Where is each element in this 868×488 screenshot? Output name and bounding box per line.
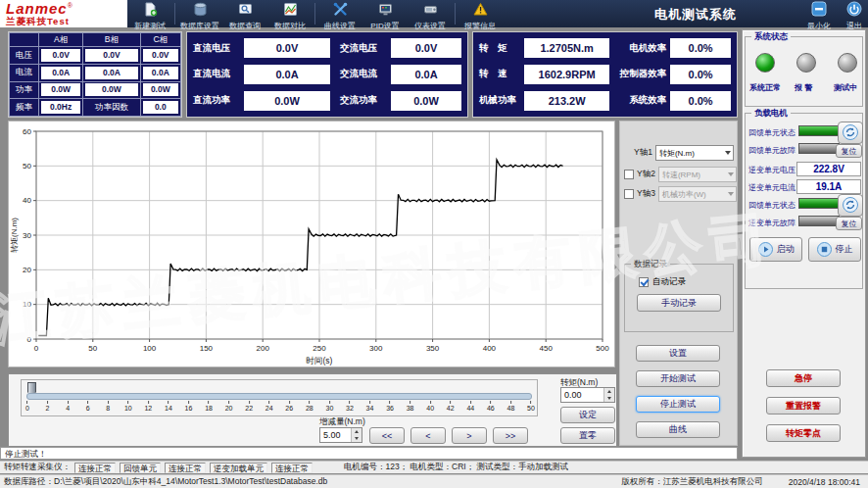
right-panel: 系统状态 系统正常 报 警 测试中 负载电机 回馈单元状态 回馈单元故障 复位 …: [742, 29, 866, 458]
slider-tick: 0: [25, 401, 29, 412]
svg-text:20: 20: [23, 266, 31, 274]
slider-tick: 38: [407, 401, 414, 412]
slider-tick: 6: [86, 401, 90, 412]
set-torque-button[interactable]: 设定: [560, 407, 615, 423]
motor-efficiency-value: 0.0%: [670, 38, 731, 58]
y-axis-1-select[interactable]: 转矩(N.m): [655, 145, 734, 161]
toolbar-data-compare[interactable]: 数据对比: [267, 0, 313, 27]
play-icon: [758, 242, 773, 257]
conn-status: 连接正常: [74, 463, 116, 473]
increase-button[interactable]: >: [452, 427, 487, 444]
fast-decrease-button[interactable]: <<: [369, 427, 405, 444]
start-test-button[interactable]: 开始测试: [636, 370, 720, 387]
slider-tick: 4: [66, 401, 70, 412]
conn-label: 转矩转速采集仪：: [4, 462, 71, 473]
y-axis-3-select[interactable]: 机械功率(W): [658, 186, 737, 202]
settings-button[interactable]: 设置: [636, 345, 720, 362]
toolbar-alarm-info[interactable]: 报警信息: [458, 0, 503, 27]
slider-tick: 30: [325, 401, 333, 412]
spin-down-icon[interactable]: [352, 435, 362, 442]
emergency-stop-button[interactable]: 急停: [766, 369, 841, 387]
table-row: 电流 0.0A 0.0A 0.0A: [10, 65, 181, 82]
phase-value: 0.0A: [41, 67, 80, 79]
svg-text:100: 100: [143, 344, 157, 353]
auto-record-checkbox[interactable]: [639, 277, 649, 287]
reset-alarm-button[interactable]: 重置报警: [766, 397, 841, 415]
logo-subtitle: 兰菱科技Test: [6, 17, 121, 26]
row-label: 功率: [10, 81, 39, 99]
feedback-reset-icon-button[interactable]: [838, 122, 863, 144]
slider-tick: 42: [447, 401, 455, 412]
alarm-label: 报 警: [795, 82, 812, 93]
alarm-led: [796, 53, 816, 73]
titlebar: Lanmec® 兰菱科技Test 新建测试 数据库设置 数据查询 数据对比: [0, 0, 868, 27]
y-axis-2-checkbox[interactable]: [624, 170, 634, 179]
col-header: B相: [83, 33, 140, 47]
mech-power-value: 213.2W: [524, 91, 610, 111]
torque-slider-track[interactable]: [26, 393, 532, 400]
toolbar-curve-settings[interactable]: 曲线设置: [317, 0, 362, 27]
power-exit-icon: [846, 1, 862, 21]
spin-up-icon[interactable]: [352, 428, 362, 435]
step-amount-input[interactable]: [320, 428, 351, 442]
toolbar-meter-settings[interactable]: 仪表设置: [408, 0, 453, 27]
dc-ac-row: 直流功率 0.0W 交流功率 0.0W: [193, 91, 461, 111]
testing-led: [838, 53, 857, 73]
zero-button[interactable]: 置零: [560, 427, 615, 444]
mech-row: 转 矩 1.2705N.m 电机效率 0.0%: [479, 38, 731, 58]
system-ok-label: 系统正常: [749, 82, 781, 93]
slider-tick: 32: [346, 401, 354, 412]
toolbar-new-test[interactable]: 新建测试: [127, 0, 172, 27]
toolbar: 新建测试 数据库设置 数据查询 数据对比 曲线设置 PID设置: [127, 0, 503, 27]
database-path-bar: 数据库路径： D:\兰菱\项目\2020\山东中科4_14\MotorTest1…: [0, 474, 868, 488]
manual-record-button[interactable]: 手动记录: [637, 294, 721, 312]
spin-down-icon[interactable]: [604, 395, 614, 402]
slider-tick: 20: [225, 401, 233, 412]
minimize-button[interactable]: 最小化: [807, 1, 831, 31]
feedback-reset-button[interactable]: 复位: [836, 144, 862, 158]
slider-tick: 34: [366, 401, 374, 412]
row-label: 电压: [10, 47, 39, 65]
mech-panel: 转 矩 1.2705N.m 电机效率 0.0% 转 速 1602.9RPM 控制…: [472, 31, 738, 118]
spin-up-icon[interactable]: [604, 388, 614, 395]
slider-tick: 12: [144, 401, 152, 412]
fast-increase-button[interactable]: >>: [493, 427, 528, 444]
svg-text:10: 10: [23, 300, 31, 309]
database-settings-icon: [193, 2, 208, 21]
row-label: 电流: [10, 65, 39, 82]
torque-input[interactable]: [561, 388, 603, 402]
motor-stop-button[interactable]: 停止: [808, 237, 861, 262]
toolbar-data-query[interactable]: 数据查询: [222, 0, 267, 27]
load-motor-title: 负载电机: [751, 108, 791, 120]
phase-value: 0.0V: [85, 49, 137, 62]
stop-test-button[interactable]: 停止测试: [636, 396, 720, 413]
curve-button[interactable]: 曲线: [636, 421, 720, 438]
auto-record-label: 自动记录: [652, 276, 686, 288]
toolbar-pid-settings[interactable]: PID设置: [362, 0, 408, 27]
system-status-groupbox: 系统状态 系统正常 报 警 测试中: [745, 36, 863, 107]
y-axis-3-label: Y轴3: [637, 188, 655, 200]
toolbar-database-settings[interactable]: 数据库设置: [177, 0, 222, 27]
speed-value: 1602.9RPM: [524, 65, 610, 84]
y-axis-3-checkbox[interactable]: [624, 189, 634, 199]
y-axis-2-select[interactable]: 转速(RPM): [658, 167, 737, 182]
ac-current-value: 0.0A: [391, 65, 461, 84]
inverter-reset-button[interactable]: 复位: [836, 217, 862, 230]
ac-power-value: 0.0W: [391, 91, 461, 111]
phase-value: 0.0V: [143, 49, 178, 62]
dc-voltage-value: 0.0V: [244, 38, 330, 58]
dc-ac-panel: 直流电压 0.0V 交流电压 0.0V 直流电流 0.0A 交流电流 0.0A …: [186, 31, 468, 118]
torque-zero-button[interactable]: 转矩零点: [766, 424, 841, 442]
decrease-button[interactable]: <: [410, 427, 446, 444]
motor-start-button[interactable]: 启动: [749, 237, 802, 262]
system-ok-led: [755, 53, 775, 73]
table-row: 电压 0.0V 0.0V 0.0V: [10, 47, 181, 65]
system-efficiency-value: 0.0%: [670, 91, 731, 111]
conn-status: 连接正常: [271, 463, 313, 473]
y-axis-1-label: Y轴1: [634, 147, 652, 159]
phase-table: A相 B相 C相 电压 0.0V 0.0V 0.0V 电流 0.0A 0.0A …: [9, 32, 181, 117]
inverter-reset-icon-button[interactable]: [838, 194, 863, 217]
exit-button[interactable]: 退出: [846, 1, 862, 31]
pid-settings-icon: [378, 2, 393, 21]
row-label: 功率因数: [83, 99, 140, 117]
